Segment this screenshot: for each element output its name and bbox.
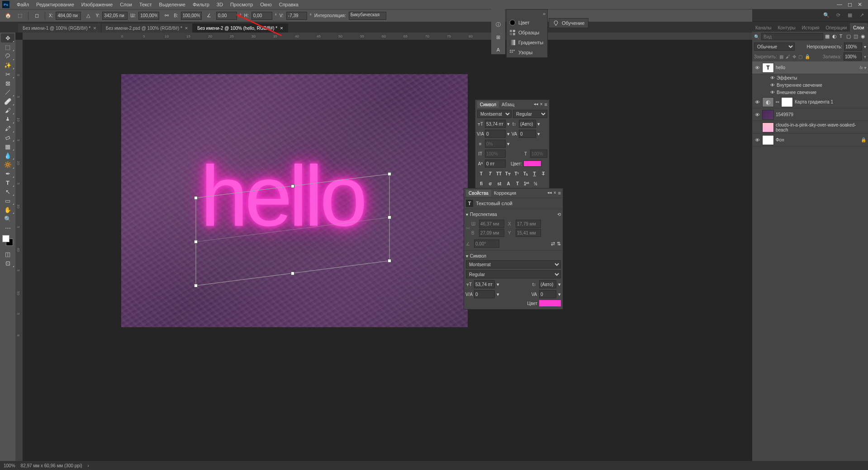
transform-handle-ml[interactable] <box>194 240 198 244</box>
ot6-btn[interactable]: ½ <box>531 179 540 188</box>
props-font-select[interactable]: Montserrat <box>466 260 561 268</box>
font-family-select[interactable]: Montserrat <box>477 110 512 118</box>
blend-mode-select[interactable]: Обычные <box>754 42 795 51</box>
reset-icon[interactable]: ⟲ <box>557 212 561 217</box>
layer-gm-mask[interactable] <box>781 97 793 107</box>
filter-text-icon[interactable]: T <box>840 33 845 40</box>
layer-hello-effects[interactable]: 👁 Эффекты <box>752 74 868 81</box>
learn-button[interactable]: Обучение <box>549 18 588 28</box>
stamp-tool[interactable] <box>1 115 14 124</box>
screenmode-tool[interactable]: ⊡ <box>1 258 14 268</box>
props-size-dd-icon[interactable]: ▾ <box>497 282 499 287</box>
kern-dd-icon[interactable]: ▾ <box>507 131 510 137</box>
underline-btn[interactable]: T <box>531 169 539 178</box>
props-tab[interactable]: Свойства <box>466 190 491 197</box>
close-icon[interactable]: ✕ <box>858 1 862 8</box>
interp-dropdown[interactable]: Бикубическая <box>349 12 386 20</box>
layer-hello-fx-inner[interactable]: 👁 Внутреннее свечение <box>752 81 868 89</box>
layer-hello-fx-outer[interactable]: 👁 Внешнее свечение <box>752 89 868 96</box>
caps-btn[interactable]: TT <box>495 169 503 178</box>
skew-v-input[interactable] <box>286 12 307 20</box>
layer-hello[interactable]: 👁 T hello fx ▾ <box>752 61 868 74</box>
dodge-tool[interactable]: 🔆 <box>1 160 14 169</box>
search-icon[interactable]: 🔍 <box>823 12 830 19</box>
transform-handle-br[interactable] <box>388 259 391 263</box>
strike-btn[interactable]: T <box>539 169 547 178</box>
doc-tab-2-close-icon[interactable]: × <box>280 25 283 31</box>
transform-handle-bl[interactable] <box>194 284 198 287</box>
link-icon[interactable]: ⚯ <box>162 11 171 20</box>
gradient-tool[interactable]: ▦ <box>1 142 14 151</box>
tab-actions[interactable]: Операции <box>823 24 850 32</box>
text-tool[interactable]: T <box>1 178 14 187</box>
layer-1549979[interactable]: 👁 1549979 <box>752 108 868 121</box>
h-input[interactable] <box>181 12 202 20</box>
char-collapse-icon[interactable]: ◂◂ <box>534 102 538 107</box>
quickmask-tool[interactable]: ◫ <box>1 249 14 258</box>
transform-handle-tc[interactable] <box>291 184 294 188</box>
shape-tool[interactable]: ▭ <box>1 196 14 205</box>
layer-gradient-map[interactable]: 👁 ◐ ⚯ Карта градиента 1 <box>752 96 868 108</box>
fill-dropdown-icon[interactable]: ▾ <box>864 54 866 59</box>
history-brush-tool[interactable]: 🖍 <box>1 124 14 133</box>
kerning-input[interactable] <box>485 130 506 138</box>
color-swatch[interactable] <box>2 235 13 246</box>
lock-pixels-icon[interactable]: ▦ <box>779 54 783 59</box>
arrange-icon[interactable]: ▦ <box>846 12 854 19</box>
ot5-btn[interactable]: 1ˢᵗ <box>522 179 531 188</box>
cloud-icon[interactable]: ⟳ <box>835 12 842 19</box>
props-kern-dd-icon[interactable]: ▾ <box>497 291 499 297</box>
lock-artboard-icon[interactable]: ▢ <box>798 54 802 59</box>
font-size-input[interactable] <box>485 120 506 128</box>
ot4-btn[interactable]: T <box>513 179 522 188</box>
info-icon[interactable]: ⓘ <box>494 20 503 29</box>
props-leading-input[interactable] <box>539 280 556 288</box>
fx-eye-icon[interactable]: 👁 <box>770 75 775 80</box>
layer-background[interactable]: 👁 Фон 🔒 <box>752 134 868 146</box>
filter-shape-icon[interactable]: ▢ <box>846 33 852 40</box>
layer-hello-eye-icon[interactable]: 👁 <box>754 65 760 71</box>
layers-search-input[interactable] <box>761 33 823 40</box>
layer-bg-thumb[interactable] <box>762 135 774 145</box>
layer-clouds-thumb[interactable] <box>762 122 774 132</box>
super-btn[interactable]: T¹ <box>513 169 521 178</box>
lasso-tool[interactable] <box>1 52 14 61</box>
ot3-btn[interactable]: A <box>504 179 512 188</box>
home-icon[interactable]: 🏠 <box>4 11 13 20</box>
pct-dd-icon[interactable]: ▾ <box>507 141 510 147</box>
size-dd-icon[interactable]: ▾ <box>507 121 510 127</box>
layer-clouds-eye-icon[interactable] <box>754 124 760 131</box>
canvas-image[interactable]: hello <box>121 74 468 327</box>
h-prop-input[interactable] <box>479 229 504 237</box>
share-icon[interactable]: ↗ <box>858 12 865 19</box>
char-close-icon[interactable]: × <box>540 102 543 107</box>
nav-icon[interactable]: ⊞ <box>494 33 503 42</box>
baseline-input[interactable] <box>485 160 506 168</box>
pin-icon[interactable]: ◻ <box>32 11 41 20</box>
layer-img1-thumb[interactable] <box>762 110 774 120</box>
layer-gm-thumb[interactable]: ◐ <box>762 97 774 107</box>
fg-color[interactable] <box>2 235 9 242</box>
brush-tool[interactable]: 🖌 <box>1 106 14 115</box>
canvas-content[interactable]: hello <box>23 40 868 470</box>
layer-bg-lock-icon[interactable]: 🔒 <box>861 137 866 142</box>
x-prop-input[interactable] <box>516 220 541 228</box>
menu-text[interactable]: Текст <box>136 2 156 7</box>
correction-tab[interactable]: Коррекция <box>491 190 519 197</box>
para-tab[interactable]: Абзац <box>499 101 517 108</box>
gradients-item[interactable]: Градиенты <box>507 38 547 47</box>
ruler-horizontal[interactable]: 0 5 10 15 20 25 30 35 40 45 50 55 60 65 … <box>23 33 868 40</box>
filter-adjust-icon[interactable]: ◐ <box>832 33 838 40</box>
wand-tool[interactable]: ✨ <box>1 61 14 70</box>
menu-select[interactable]: Выделение <box>156 2 189 7</box>
transform-handle-bc[interactable] <box>291 272 294 275</box>
zoom-tool[interactable]: 🔍 <box>1 214 14 223</box>
doc-tab-0-close-icon[interactable]: × <box>93 25 96 31</box>
menu-layers[interactable]: Слои <box>116 2 136 7</box>
x-input[interactable] <box>56 12 81 20</box>
props-tracking-input[interactable] <box>539 290 556 298</box>
lock-paint-icon[interactable]: 🖌 <box>786 54 790 59</box>
menu-edit[interactable]: Редактирование <box>33 2 78 7</box>
fi-btn[interactable]: fi <box>477 179 485 188</box>
layer-img1-eye-icon[interactable]: 👁 <box>754 112 760 118</box>
